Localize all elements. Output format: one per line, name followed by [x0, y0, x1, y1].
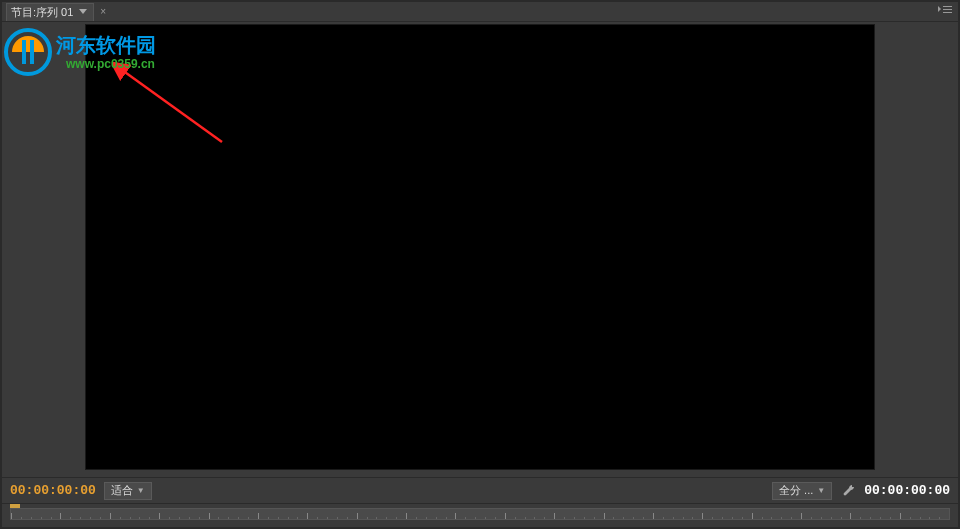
zoom-dropdown[interactable]: 适合 ▼ [104, 482, 152, 500]
tick [929, 517, 939, 520]
tick [673, 517, 683, 520]
svg-rect-2 [943, 12, 952, 13]
tick [288, 517, 298, 520]
tick [51, 517, 61, 520]
tick [376, 517, 386, 520]
tick [505, 513, 515, 520]
resolution-dropdown[interactable]: 全分 ... ▼ [772, 482, 832, 500]
tick [11, 513, 21, 520]
tick [386, 517, 396, 520]
tick [900, 513, 910, 520]
tick [712, 517, 722, 520]
tick [21, 517, 31, 520]
tick [663, 517, 673, 520]
tick [248, 517, 258, 520]
tick [367, 517, 377, 520]
tick [426, 517, 436, 520]
tick [238, 517, 248, 520]
wrench-icon[interactable] [840, 483, 856, 499]
timecode-duration: 00:00:00:00 [864, 483, 950, 498]
tick [811, 517, 821, 520]
tick [850, 513, 860, 520]
tick [831, 517, 841, 520]
tick [297, 517, 307, 520]
tick [801, 513, 811, 520]
tick [613, 517, 623, 520]
timecode-current[interactable]: 00:00:00:00 [10, 483, 96, 498]
tick [870, 517, 880, 520]
controls-bar: 00:00:00:00 适合 ▼ 全分 ... ▼ 00:00:00:00 [2, 477, 958, 503]
tick [120, 517, 130, 520]
tick [702, 513, 712, 520]
svg-rect-0 [943, 6, 952, 7]
program-tab[interactable]: 节目: 序列 01 [6, 3, 94, 21]
svg-rect-1 [943, 9, 952, 10]
tick [416, 517, 426, 520]
svg-rect-5 [30, 40, 34, 64]
tick [594, 517, 604, 520]
chevron-down-icon: ▼ [137, 486, 145, 495]
tick [525, 517, 535, 520]
tick [762, 517, 772, 520]
tick [218, 517, 228, 520]
resolution-dropdown-label: 全分 ... [779, 483, 813, 498]
tick [436, 517, 446, 520]
tick [781, 517, 791, 520]
tick [643, 517, 653, 520]
tick [574, 517, 584, 520]
tick [357, 513, 367, 520]
tick [683, 517, 693, 520]
tick [327, 517, 337, 520]
tick [278, 517, 288, 520]
tick [41, 517, 51, 520]
panel-menu-icon[interactable] [938, 5, 952, 17]
tab-dropdown[interactable] [77, 9, 89, 15]
tick [70, 517, 80, 520]
svg-point-3 [6, 30, 50, 74]
tick [60, 513, 70, 520]
tick [910, 517, 920, 520]
tick [722, 517, 732, 520]
tick [623, 517, 633, 520]
tick [821, 517, 831, 520]
tick [890, 517, 900, 520]
tick [317, 517, 327, 520]
tick [515, 517, 525, 520]
tick [692, 517, 702, 520]
tick [337, 517, 347, 520]
tick [633, 517, 643, 520]
tick [742, 517, 752, 520]
timeline-ruler[interactable] [10, 508, 950, 520]
tab-prefix: 节目: [11, 5, 36, 20]
tick [554, 513, 564, 520]
tick [752, 513, 762, 520]
tick [268, 517, 278, 520]
tick [465, 517, 475, 520]
tick [396, 517, 406, 520]
tick [80, 517, 90, 520]
tick [544, 517, 554, 520]
tick [100, 517, 110, 520]
tick [732, 517, 742, 520]
tick [169, 517, 179, 520]
tick [604, 513, 614, 520]
tick [90, 517, 100, 520]
tick [485, 517, 495, 520]
tick [475, 517, 485, 520]
tick [841, 517, 851, 520]
close-icon[interactable]: × [100, 6, 106, 17]
chevron-down-icon: ▼ [817, 486, 825, 495]
video-canvas[interactable] [85, 24, 875, 470]
tick [189, 517, 199, 520]
tick [258, 513, 268, 520]
tick [110, 513, 120, 520]
program-viewer: 河东软件园 www.pc0359.cn [2, 22, 958, 477]
tick [31, 517, 41, 520]
tick [791, 517, 801, 520]
tick [495, 517, 505, 520]
tick [130, 517, 140, 520]
tick [584, 517, 594, 520]
tick [228, 517, 238, 520]
tick [307, 513, 317, 520]
tick [159, 513, 169, 520]
